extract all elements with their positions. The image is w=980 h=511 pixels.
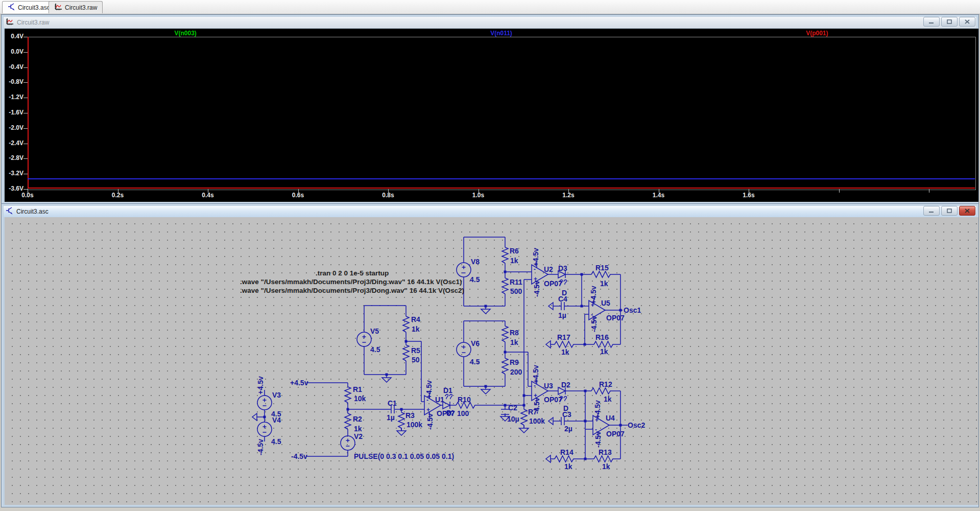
- component-label[interactable]: R6: [510, 247, 519, 255]
- component-label[interactable]: 200: [510, 368, 522, 376]
- component-label[interactable]: U2: [544, 265, 553, 273]
- component-label[interactable]: U4: [606, 414, 615, 422]
- component-label[interactable]: Osc2: [628, 421, 645, 429]
- component-label[interactable]: V2: [354, 432, 363, 440]
- component-label[interactable]: R13: [599, 448, 612, 456]
- component-label[interactable]: D3: [558, 264, 567, 272]
- component-label[interactable]: 500: [510, 287, 522, 295]
- resistor[interactable]: [502, 278, 508, 294]
- minimize-button[interactable]: [923, 17, 940, 27]
- component-label[interactable]: 1µ: [558, 311, 566, 319]
- resistor[interactable]: [591, 388, 612, 394]
- component-label[interactable]: D1: [443, 386, 452, 394]
- component-label[interactable]: OP07: [544, 280, 562, 288]
- ground-symbol[interactable]: [519, 425, 529, 433]
- voltage-source[interactable]: [341, 436, 355, 450]
- voltage-source[interactable]: [257, 396, 272, 410]
- resistor[interactable]: [594, 456, 614, 462]
- resistor[interactable]: [403, 345, 409, 361]
- component-label[interactable]: 1µ: [387, 413, 395, 422]
- component-label[interactable]: OP07: [606, 314, 625, 322]
- component-label[interactable]: 4.5: [470, 275, 480, 284]
- component-label[interactable]: +4.5v: [425, 380, 433, 399]
- component-label[interactable]: V8: [471, 258, 480, 266]
- component-label[interactable]: -4.5v: [590, 316, 598, 332]
- component-label[interactable]: +4.5v: [532, 248, 540, 266]
- component-label[interactable]: V4: [272, 416, 281, 424]
- tab-circuit3-raw[interactable]: Circuit3.raw: [49, 1, 103, 13]
- component-label[interactable]: 1k: [600, 347, 608, 356]
- component-label[interactable]: 1k: [510, 338, 518, 346]
- component-label[interactable]: 2µ: [564, 425, 572, 433]
- component-label[interactable]: 1k: [510, 257, 518, 265]
- component-label[interactable]: D2: [561, 381, 570, 389]
- spice-directive[interactable]: .wave "/Users/mmakh/Documents/Proj3/Dong…: [240, 287, 464, 294]
- component-label[interactable]: C2: [508, 404, 517, 412]
- component-label[interactable]: R9: [510, 358, 519, 366]
- component-label[interactable]: R10: [458, 396, 471, 404]
- component-label[interactable]: R14: [560, 448, 573, 456]
- component-label[interactable]: V6: [471, 339, 480, 347]
- component-label[interactable]: OP07: [544, 396, 562, 404]
- trace-name-label[interactable]: V(n003): [174, 30, 196, 37]
- trace-name-label[interactable]: V(p001): [806, 30, 828, 37]
- component-label[interactable]: 1k: [602, 462, 610, 471]
- component-label[interactable]: R5: [411, 346, 420, 355]
- voltage-source[interactable]: [457, 263, 471, 277]
- component-label[interactable]: C3: [562, 410, 571, 419]
- component-label[interactable]: OP07: [606, 430, 625, 438]
- voltage-source[interactable]: [257, 422, 272, 436]
- ground-flag[interactable]: [546, 341, 551, 348]
- resistor[interactable]: [502, 247, 508, 263]
- voltage-source[interactable]: [357, 332, 371, 346]
- component-label[interactable]: 50: [412, 356, 420, 364]
- trace-name-label[interactable]: V(n011): [490, 30, 512, 37]
- resistor[interactable]: [555, 456, 575, 462]
- resistor[interactable]: [398, 412, 404, 428]
- component-label[interactable]: 1k: [604, 395, 612, 403]
- resistor[interactable]: [345, 387, 351, 403]
- component-label[interactable]: U1: [435, 396, 444, 404]
- component-label[interactable]: PULSE(0 0.3 0.1 0.05 0.05 0.1): [354, 452, 454, 460]
- ground-flag[interactable]: [546, 455, 551, 462]
- component-label[interactable]: +4.5v: [256, 376, 265, 394]
- close-button[interactable]: [959, 206, 975, 216]
- component-label[interactable]: 100k: [529, 417, 545, 425]
- component-label[interactable]: R1: [353, 385, 362, 393]
- component-label[interactable]: 100k: [407, 421, 422, 429]
- component-label[interactable]: +4.5v: [290, 379, 308, 387]
- component-label[interactable]: 10µ: [507, 415, 519, 423]
- waveform-window-titlebar[interactable]: Circuit3.raw: [4, 17, 976, 28]
- component-label[interactable]: R16: [595, 333, 609, 341]
- component-label[interactable]: OP07: [437, 409, 455, 417]
- restore-button[interactable]: [941, 17, 958, 27]
- component-label[interactable]: -4.5v: [426, 413, 434, 430]
- component-label[interactable]: R15: [595, 264, 609, 272]
- close-button[interactable]: [959, 17, 975, 27]
- component-label[interactable]: +4.5v: [593, 400, 602, 419]
- resistor[interactable]: [502, 326, 508, 342]
- component-label[interactable]: R3: [405, 411, 415, 420]
- component-label[interactable]: D: [446, 409, 451, 417]
- component-label[interactable]: 1k: [412, 325, 420, 333]
- component-label[interactable]: -4.5v: [533, 281, 541, 297]
- voltage-source[interactable]: [457, 342, 471, 357]
- ground-symbol[interactable]: [397, 428, 406, 435]
- component-label[interactable]: V3: [272, 391, 281, 399]
- spice-directive[interactable]: .wave "/Users/mmakh/Documents/Proj3/Ding…: [240, 278, 462, 286]
- resistor[interactable]: [594, 341, 614, 347]
- restore-button[interactable]: [941, 206, 958, 216]
- component-label[interactable]: -4.5v: [594, 431, 602, 448]
- component-label[interactable]: U5: [601, 299, 610, 307]
- component-label[interactable]: 1k: [600, 280, 608, 288]
- component-label[interactable]: +4.5v: [589, 286, 597, 304]
- waveform-plot-area[interactable]: 0.4V0.0V-0.4V-0.8V-1.2V-1.6V-2.0V-2.4V-2…: [5, 29, 978, 202]
- ground-flag[interactable]: [252, 413, 257, 421]
- resistor[interactable]: [403, 316, 409, 332]
- component-label[interactable]: 100: [457, 409, 469, 417]
- component-label[interactable]: C1: [388, 399, 397, 407]
- component-label[interactable]: +4.5v: [532, 365, 540, 383]
- capacitor[interactable]: [561, 302, 564, 310]
- resistor[interactable]: [555, 341, 575, 347]
- resistor[interactable]: [521, 409, 527, 425]
